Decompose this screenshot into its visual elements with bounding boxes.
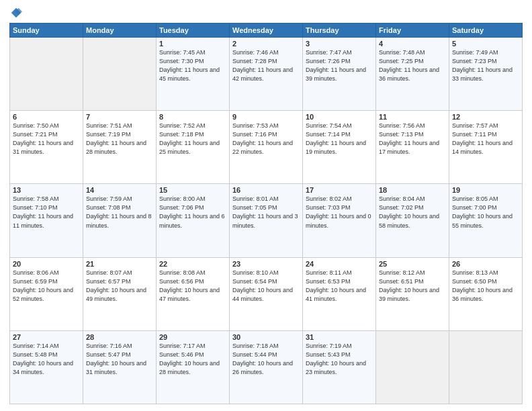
logo-icon <box>10 7 22 19</box>
day-info: Sunrise: 7:59 AM Sunset: 7:08 PM Dayligh… <box>86 195 153 230</box>
day-number: 13 <box>13 186 80 194</box>
calendar-cell <box>449 330 523 404</box>
calendar-cell: 5Sunrise: 7:49 AM Sunset: 7:23 PM Daylig… <box>449 38 523 111</box>
week-row-5: 27Sunrise: 7:14 AM Sunset: 5:48 PM Dayli… <box>10 330 523 404</box>
day-number: 28 <box>86 333 153 341</box>
calendar-cell: 1Sunrise: 7:45 AM Sunset: 7:30 PM Daylig… <box>157 38 230 111</box>
calendar: SundayMondayTuesdayWednesdayThursdayFrid… <box>9 23 523 404</box>
day-number: 27 <box>13 333 80 341</box>
day-number: 2 <box>232 40 300 48</box>
calendar-cell: 11Sunrise: 7:56 AM Sunset: 7:13 PM Dayli… <box>376 111 449 184</box>
day-number: 16 <box>232 186 300 194</box>
day-info: Sunrise: 8:05 AM Sunset: 7:00 PM Dayligh… <box>452 195 519 230</box>
calendar-cell: 22Sunrise: 8:08 AM Sunset: 6:56 PM Dayli… <box>157 257 230 330</box>
day-info: Sunrise: 7:48 AM Sunset: 7:25 PM Dayligh… <box>379 48 446 83</box>
weekday-header-monday: Monday <box>83 24 157 38</box>
day-number: 9 <box>232 113 300 121</box>
calendar-cell: 29Sunrise: 7:17 AM Sunset: 5:46 PM Dayli… <box>157 330 230 404</box>
calendar-cell: 4Sunrise: 7:48 AM Sunset: 7:25 PM Daylig… <box>376 38 449 111</box>
calendar-cell: 21Sunrise: 8:07 AM Sunset: 6:57 PM Dayli… <box>83 257 157 330</box>
weekday-header-wednesday: Wednesday <box>230 24 303 38</box>
calendar-cell: 20Sunrise: 8:06 AM Sunset: 6:59 PM Dayli… <box>10 257 83 330</box>
day-info: Sunrise: 8:13 AM Sunset: 6:50 PM Dayligh… <box>452 269 519 304</box>
day-info: Sunrise: 7:47 AM Sunset: 7:26 PM Dayligh… <box>306 48 373 83</box>
calendar-cell: 8Sunrise: 7:52 AM Sunset: 7:18 PM Daylig… <box>157 111 230 184</box>
calendar-cell: 31Sunrise: 7:19 AM Sunset: 5:43 PM Dayli… <box>303 330 376 404</box>
weekday-header-sunday: Sunday <box>10 24 83 38</box>
day-number: 30 <box>232 333 300 341</box>
calendar-cell: 17Sunrise: 8:02 AM Sunset: 7:03 PM Dayli… <box>303 184 376 257</box>
day-number: 18 <box>379 186 446 194</box>
weekday-header-tuesday: Tuesday <box>157 24 230 38</box>
day-info: Sunrise: 8:08 AM Sunset: 6:56 PM Dayligh… <box>159 269 226 304</box>
day-number: 19 <box>452 186 519 194</box>
day-number: 20 <box>13 260 80 268</box>
day-number: 12 <box>452 113 519 121</box>
calendar-cell: 25Sunrise: 8:12 AM Sunset: 6:51 PM Dayli… <box>376 257 449 330</box>
week-row-2: 6Sunrise: 7:50 AM Sunset: 7:21 PM Daylig… <box>10 111 523 184</box>
day-info: Sunrise: 7:54 AM Sunset: 7:14 PM Dayligh… <box>306 122 373 156</box>
week-row-4: 20Sunrise: 8:06 AM Sunset: 6:59 PM Dayli… <box>10 257 523 330</box>
calendar-cell: 28Sunrise: 7:16 AM Sunset: 5:47 PM Dayli… <box>83 330 157 404</box>
calendar-cell: 23Sunrise: 8:10 AM Sunset: 6:54 PM Dayli… <box>230 257 303 330</box>
weekday-header-saturday: Saturday <box>449 24 523 38</box>
calendar-cell: 27Sunrise: 7:14 AM Sunset: 5:48 PM Dayli… <box>10 330 83 404</box>
day-number: 17 <box>306 186 373 194</box>
day-info: Sunrise: 7:52 AM Sunset: 7:18 PM Dayligh… <box>159 122 226 156</box>
calendar-cell: 3Sunrise: 7:47 AM Sunset: 7:26 PM Daylig… <box>303 38 376 111</box>
calendar-cell: 10Sunrise: 7:54 AM Sunset: 7:14 PM Dayli… <box>303 111 376 184</box>
weekday-header-thursday: Thursday <box>303 24 376 38</box>
calendar-cell: 12Sunrise: 7:57 AM Sunset: 7:11 PM Dayli… <box>449 111 523 184</box>
day-number: 22 <box>159 260 226 268</box>
calendar-cell <box>376 330 449 404</box>
day-info: Sunrise: 7:17 AM Sunset: 5:46 PM Dayligh… <box>159 342 226 377</box>
day-info: Sunrise: 8:10 AM Sunset: 6:54 PM Dayligh… <box>232 269 300 304</box>
day-number: 4 <box>379 40 446 48</box>
day-number: 26 <box>452 260 519 268</box>
day-number: 1 <box>159 40 226 48</box>
day-info: Sunrise: 7:50 AM Sunset: 7:21 PM Dayligh… <box>13 122 80 156</box>
day-number: 29 <box>159 333 226 341</box>
calendar-cell: 19Sunrise: 8:05 AM Sunset: 7:00 PM Dayli… <box>449 184 523 257</box>
calendar-cell: 16Sunrise: 8:01 AM Sunset: 7:05 PM Dayli… <box>230 184 303 257</box>
page: SundayMondayTuesdayWednesdayThursdayFrid… <box>0 0 532 411</box>
day-info: Sunrise: 7:53 AM Sunset: 7:16 PM Dayligh… <box>232 122 300 156</box>
day-info: Sunrise: 7:16 AM Sunset: 5:47 PM Dayligh… <box>86 342 153 377</box>
day-info: Sunrise: 8:01 AM Sunset: 7:05 PM Dayligh… <box>232 195 300 230</box>
calendar-cell: 30Sunrise: 7:18 AM Sunset: 5:44 PM Dayli… <box>230 330 303 404</box>
week-row-1: 1Sunrise: 7:45 AM Sunset: 7:30 PM Daylig… <box>10 38 523 111</box>
logo <box>9 7 22 19</box>
day-number: 8 <box>159 113 226 121</box>
week-row-3: 13Sunrise: 7:58 AM Sunset: 7:10 PM Dayli… <box>10 184 523 257</box>
day-number: 15 <box>159 186 226 194</box>
calendar-cell: 7Sunrise: 7:51 AM Sunset: 7:19 PM Daylig… <box>83 111 157 184</box>
day-number: 10 <box>306 113 373 121</box>
day-number: 24 <box>306 260 373 268</box>
day-info: Sunrise: 8:11 AM Sunset: 6:53 PM Dayligh… <box>306 269 373 304</box>
day-info: Sunrise: 7:56 AM Sunset: 7:13 PM Dayligh… <box>379 122 446 156</box>
day-number: 21 <box>86 260 153 268</box>
day-info: Sunrise: 8:04 AM Sunset: 7:02 PM Dayligh… <box>379 195 446 230</box>
calendar-cell: 24Sunrise: 8:11 AM Sunset: 6:53 PM Dayli… <box>303 257 376 330</box>
day-info: Sunrise: 7:58 AM Sunset: 7:10 PM Dayligh… <box>13 195 80 230</box>
day-info: Sunrise: 8:02 AM Sunset: 7:03 PM Dayligh… <box>306 195 373 230</box>
day-number: 25 <box>379 260 446 268</box>
day-info: Sunrise: 8:00 AM Sunset: 7:06 PM Dayligh… <box>159 195 226 230</box>
calendar-cell: 9Sunrise: 7:53 AM Sunset: 7:16 PM Daylig… <box>230 111 303 184</box>
weekday-header-row: SundayMondayTuesdayWednesdayThursdayFrid… <box>10 24 523 38</box>
calendar-cell <box>10 38 83 111</box>
day-info: Sunrise: 7:57 AM Sunset: 7:11 PM Dayligh… <box>452 122 519 156</box>
calendar-cell: 18Sunrise: 8:04 AM Sunset: 7:02 PM Dayli… <box>376 184 449 257</box>
calendar-cell: 26Sunrise: 8:13 AM Sunset: 6:50 PM Dayli… <box>449 257 523 330</box>
calendar-cell: 6Sunrise: 7:50 AM Sunset: 7:21 PM Daylig… <box>10 111 83 184</box>
day-number: 31 <box>306 333 373 341</box>
day-info: Sunrise: 7:18 AM Sunset: 5:44 PM Dayligh… <box>232 342 300 377</box>
day-number: 23 <box>232 260 300 268</box>
day-info: Sunrise: 8:06 AM Sunset: 6:59 PM Dayligh… <box>13 269 80 304</box>
day-number: 3 <box>306 40 373 48</box>
day-info: Sunrise: 7:45 AM Sunset: 7:30 PM Dayligh… <box>159 48 226 83</box>
day-info: Sunrise: 7:46 AM Sunset: 7:28 PM Dayligh… <box>232 48 300 83</box>
day-info: Sunrise: 7:19 AM Sunset: 5:43 PM Dayligh… <box>306 342 373 377</box>
calendar-cell: 2Sunrise: 7:46 AM Sunset: 7:28 PM Daylig… <box>230 38 303 111</box>
header <box>9 7 523 19</box>
